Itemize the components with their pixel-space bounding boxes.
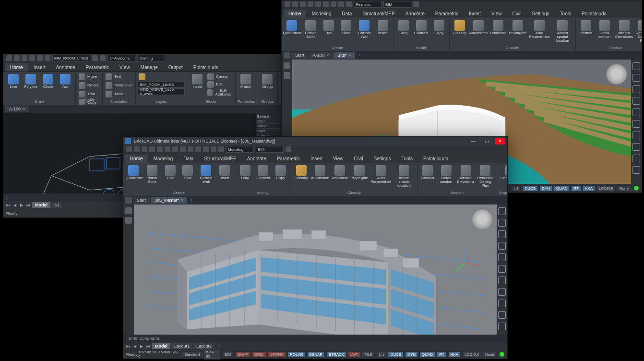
btn-stair[interactable]: Stair [179,164,196,181]
btn-match[interactable]: Match [238,73,254,90]
btn-drag[interactable]: Drag [237,164,253,181]
layout-tab[interactable]: Layout2 [193,343,215,349]
status-hka[interactable]: HKA [583,185,595,192]
workspace-combo[interactable]: BIM [383,1,411,8]
doc-tab-start[interactable]: Start [133,197,150,204]
qat-icon[interactable] [157,146,163,152]
status-scale[interactable]: 1:1 [511,185,521,192]
btn-edit-attr[interactable]: Edit Attributes [206,88,233,97]
qat-icon[interactable] [45,55,50,61]
title-bar[interactable]: BricsCAD Ultimate beta (NOT FOR RESALE L… [123,137,507,145]
qat-icon[interactable] [92,55,98,61]
btn-spatial-loc[interactable]: Attach spatial location [551,19,573,44]
qat-icon[interactable] [100,55,106,61]
status-dyn[interactable]: DYN [539,185,552,192]
status-ortho[interactable]: ORTHO [268,351,286,358]
tool-icon[interactable] [498,253,506,261]
home-icon[interactable] [284,62,290,69]
btn-create-block[interactable]: Create [206,73,233,81]
qat-icon[interactable] [29,55,35,61]
doc-tab-start[interactable]: Start [291,52,308,59]
btn-database[interactable]: Database [489,19,507,36]
qat-icon[interactable] [172,146,178,152]
qat-icon[interactable] [134,146,140,152]
btn-automatch[interactable]: Automatch [310,164,330,181]
status-none[interactable]: None [617,185,631,192]
btn-planar-solid[interactable]: Planar Solid [301,19,320,40]
btn-interior-elev[interactable]: Interior Elevations [456,164,475,185]
btn-propagate[interactable]: Propagate [508,19,527,36]
qat-icon[interactable] [331,1,336,7]
btn-line[interactable]: Line [5,73,22,90]
status-quad[interactable]: QUAD [419,351,435,358]
btn-auto-param[interactable]: Auto Parametrize [370,164,392,185]
layout-tab[interactable]: Layout1 [171,343,192,349]
tool-icon[interactable] [498,219,506,227]
status-btn[interactable]: Standard [182,351,202,358]
tab-home[interactable]: Home [5,63,28,72]
btn-database[interactable]: Database [331,164,349,181]
qat-icon[interactable] [22,55,27,61]
tab-manage[interactable]: Manage [136,63,163,72]
qat-icon[interactable] [142,146,147,152]
nav-next-icon[interactable]: ▶ [19,202,24,208]
qat-icon[interactable] [165,146,170,152]
add-tab-icon[interactable]: + [188,197,195,204]
tool-icon[interactable] [632,108,640,116]
btn-quickdraw[interactable]: Quickdraw [125,164,142,181]
tool-icon[interactable] [632,155,640,162]
home-icon[interactable] [125,197,132,204]
layout-tab-model[interactable]: Model [32,202,50,208]
btn-quickdraw[interactable]: Quickdraw [284,19,300,36]
qat-icon[interactable] [292,1,298,7]
status-ducs[interactable]: DUCS [388,351,404,358]
layers-icon[interactable] [125,217,132,224]
close-icon[interactable]: × [181,198,183,203]
tab-parametric[interactable]: Parametric [81,63,114,72]
status-btn[interactable]: BIM [222,351,234,358]
btn-rotate[interactable]: Rotate [78,82,100,89]
tab-home[interactable]: Home [284,10,306,18]
qat-icon[interactable] [286,146,291,152]
tab-parametric[interactable]: Parametric [272,155,305,163]
tab-pointclouds[interactable]: Pointclouds [418,155,453,163]
btn-circle[interactable]: Circle [40,73,56,90]
tab-settings[interactable]: Settings [369,155,395,163]
btn-connect[interactable]: Connect [413,19,430,36]
status-grid[interactable]: GRID [252,351,266,358]
close-icon[interactable]: × [326,53,329,58]
workspace-combo2[interactable]: BIM [256,146,284,153]
tab-annotate[interactable]: Annotate [242,155,271,163]
btn-box[interactable]: Box [162,164,179,181]
tool-icon[interactable] [498,300,506,307]
tool-icon[interactable] [632,143,640,151]
nav-prev-icon[interactable]: ◀ [132,343,138,349]
btn-insert-block[interactable]: Insert [189,73,205,90]
home-icon[interactable] [284,52,290,59]
qat-icon[interactable] [346,1,352,7]
nav-last-icon[interactable]: ⏭ [25,202,31,208]
layout-tab-model[interactable]: Model [152,343,170,349]
add-tab-icon[interactable]: + [356,52,363,59]
close-icon[interactable]: × [23,107,25,111]
tab-home[interactable]: Home [125,155,148,163]
status-snap[interactable]: SNAP [235,351,250,358]
btn-section[interactable]: Section [578,19,594,36]
tab-view[interactable]: View [328,155,348,163]
status-ducs[interactable]: DUCS [522,185,538,192]
tab-structural[interactable]: Structural/MEP [358,10,399,18]
btn-rcp[interactable]: Reflected Ceiling Plan [476,164,495,189]
home-icon[interactable] [125,207,132,214]
status-polar[interactable]: POLAR [287,351,305,358]
qat-app-combo[interactable]: 24Welcome [107,55,135,61]
tab-pointclouds[interactable]: Pointclouds [189,63,223,72]
btn-detail[interactable]: Detail section [595,19,614,40]
maximize-icon[interactable]: ▢ [481,138,492,144]
btn-detail[interactable]: Detail section [437,164,455,185]
status-strack[interactable]: STRACK [326,351,346,358]
btn-move[interactable]: Move [78,73,98,81]
btn-box[interactable]: Box [321,19,337,36]
btn-text[interactable]: Text [105,73,122,81]
tab-output[interactable]: Output [164,63,188,72]
qat-icon[interactable] [211,146,216,152]
